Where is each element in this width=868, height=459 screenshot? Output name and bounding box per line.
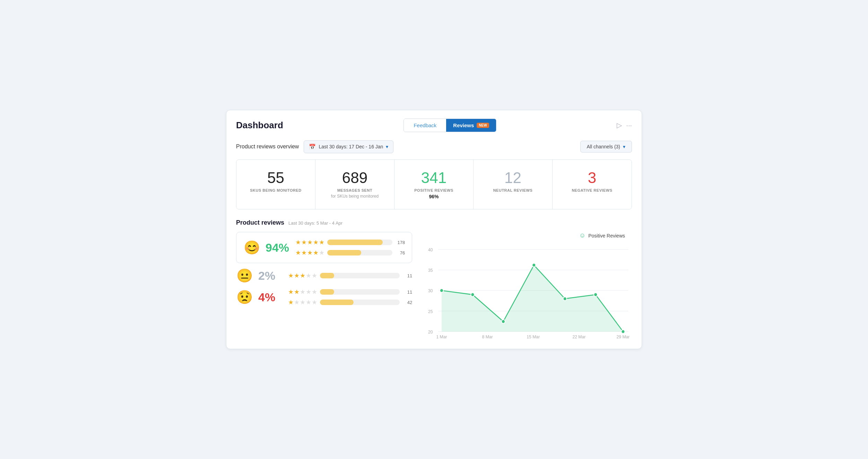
review-row-positive: 😊94%★★★★★178★★★★★76 [236,232,412,263]
stat-label: NEGATIVE REVIEWS [558,188,626,192]
stat-number: 341 [400,170,468,186]
filled-star: ★ [313,249,319,257]
stat-cell: 55 SKUS BEING MONITORED [236,160,315,209]
svg-text:22 Mar: 22 Mar [573,335,586,339]
filled-star: ★ [294,272,300,279]
svg-text:1 Mar: 1 Mar [436,335,447,339]
bar-fill [320,273,334,278]
stars-display: ★★★★★ [288,298,317,306]
positive-emoji-icon: 😊 [243,240,260,255]
filled-star: ★ [313,239,319,246]
filled-star: ★ [300,272,305,279]
channel-selector[interactable]: All channels (3) ▾ [580,141,632,153]
reviews-date-range: Last 30 days: 5 Mar - 4 Apr [288,220,342,226]
svg-text:20: 20 [428,330,433,335]
bar-background [327,240,392,245]
bar-count: 42 [402,300,412,305]
bar-background [320,300,400,305]
stat-cell: 3 NEGATIVE REVIEWS [553,160,632,209]
filled-star: ★ [288,298,294,306]
chevron-down-icon: ▾ [386,144,388,149]
stat-label: POSITIVE REVIEWS [400,188,468,192]
bar-background [320,289,400,295]
more-options-button[interactable]: ··· [626,121,632,129]
bar-count: 11 [402,289,412,295]
star-bar-row: ★★★★★42 [288,298,412,306]
bar-fill [327,250,361,256]
overview-bar: Product reviews overview 📅 Last 30 days:… [236,140,632,153]
review-row-negative: 😟4%★★★★★11★★★★★42 [236,288,412,306]
star-bar-row: ★★★★★178 [295,239,405,246]
stats-row: 55 SKUS BEING MONITORED 689 MESSAGES SEN… [236,159,632,209]
reviews-section-header: Product reviews Last 30 days: 5 Mar - 4 … [236,219,632,226]
filled-star: ★ [307,239,313,246]
stars-bars: ★★★★★178★★★★★76 [295,239,405,257]
empty-star: ★ [312,272,317,279]
bar-count: 178 [395,240,405,245]
filled-star: ★ [288,288,294,296]
stat-pct: 96% [400,194,468,199]
tab-reviews[interactable]: Reviews NEW [446,119,496,132]
bar-count: 76 [395,250,405,256]
svg-text:25: 25 [428,309,433,314]
date-range-text: Last 30 days: 17 Dec - 16 Jan [319,144,383,149]
star-bar-row: ★★★★★11 [288,288,412,296]
svg-text:29 Mar: 29 Mar [617,335,630,339]
stars-bars: ★★★★★11★★★★★42 [288,288,412,306]
header: Dashboard Feedback Reviews NEW ▷ ··· [236,119,632,132]
empty-star: ★ [312,298,317,306]
stat-number: 3 [558,170,626,186]
stars-display: ★★★★★ [295,239,324,246]
bar-fill [327,240,383,245]
empty-star: ★ [300,298,305,306]
reviews-section-title: Product reviews [236,219,284,226]
svg-text:35: 35 [428,268,433,273]
stat-number: 55 [242,170,310,186]
filled-star: ★ [295,239,301,246]
reviews-content: 😊94%★★★★★178★★★★★76😐2%★★★★★11😟4%★★★★★11★… [236,232,632,339]
star-bar-row: ★★★★★11 [288,272,412,279]
filled-star: ★ [301,249,307,257]
positive-reviews-chart-icon: ☺ [579,232,585,239]
calendar-icon: 📅 [309,144,316,150]
filled-star: ★ [307,249,313,257]
play-icon-button[interactable]: ▷ [617,121,622,129]
header-actions: ▷ ··· [617,121,632,129]
tab-group: Feedback Reviews NEW [403,119,496,132]
svg-point-14 [532,263,536,267]
svg-point-16 [594,293,597,297]
filled-star: ★ [319,239,324,246]
line-chart: 40 35 30 25 20 [420,242,632,339]
bar-background [327,250,392,256]
chart-title-row: ☺ Positive Reviews [420,232,632,239]
bar-count: 11 [402,273,412,278]
stat-label: MESSAGES SENT [321,188,389,192]
svg-point-15 [563,297,567,301]
stars-display: ★★★★★ [288,288,317,296]
stat-cell: 12 NEUTRAL REVIEWS [474,160,553,209]
neutral-emoji-icon: 😐 [236,268,253,283]
tab-reviews-label: Reviews [453,122,474,128]
svg-point-13 [502,320,505,323]
reviews-left-panel: 😊94%★★★★★178★★★★★76😐2%★★★★★11😟4%★★★★★11★… [236,232,412,339]
bar-fill [320,289,334,295]
tab-feedback[interactable]: Feedback [404,119,446,132]
stat-cell: 341 POSITIVE REVIEWS 96% [394,160,474,209]
stat-label: SKUS BEING MONITORED [242,188,310,192]
bar-fill [320,300,354,305]
svg-text:40: 40 [428,248,433,252]
chart-legend-label: Positive Reviews [588,233,625,239]
positive-pct: 94% [266,241,290,254]
negative-emoji-icon: 😟 [236,289,253,305]
empty-star: ★ [306,298,311,306]
stars-bars: ★★★★★11 [288,272,412,279]
overview-label: Product reviews overview [236,144,299,150]
stars-display: ★★★★★ [288,272,317,279]
svg-text:8 Mar: 8 Mar [482,335,493,339]
date-range-selector[interactable]: 📅 Last 30 days: 17 Dec - 16 Jan ▾ [304,140,393,153]
star-bar-row: ★★★★★76 [295,249,405,257]
svg-text:15 Mar: 15 Mar [527,335,540,339]
stat-label: NEUTRAL REVIEWS [479,188,547,192]
channel-chevron-icon: ▾ [623,144,625,149]
page-title: Dashboard [236,120,283,131]
